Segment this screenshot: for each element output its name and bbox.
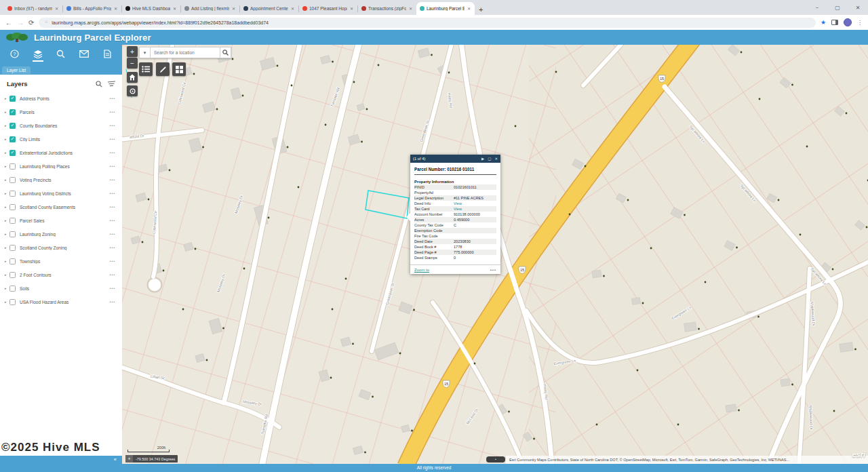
help-icon[interactable]: ?: [7, 46, 22, 61]
forward-icon[interactable]: →: [17, 19, 24, 26]
layer-menu-icon[interactable]: •••: [110, 259, 115, 263]
layer-menu-icon[interactable]: •••: [110, 300, 115, 304]
tab-close-icon[interactable]: ✕: [467, 5, 471, 12]
draw-button[interactable]: [156, 62, 170, 76]
expand-arrow-icon[interactable]: ▸: [5, 300, 9, 304]
site-info-icon[interactable]: ⁘: [44, 20, 48, 25]
reload-icon[interactable]: ⟳: [28, 19, 34, 26]
layer-menu-icon[interactable]: •••: [110, 96, 115, 100]
layer-checkbox[interactable]: [9, 299, 16, 305]
layer-checkbox[interactable]: [9, 191, 16, 197]
layer-checkbox[interactable]: [9, 218, 16, 224]
expand-arrow-icon[interactable]: ▸: [5, 245, 9, 250]
layer-menu-icon[interactable]: •••: [110, 232, 115, 236]
layer-menu-icon[interactable]: •••: [110, 245, 115, 250]
basemap-gallery-button[interactable]: [172, 62, 186, 76]
measure-icon[interactable]: [77, 46, 92, 61]
layer-checkbox[interactable]: ✓: [9, 136, 16, 142]
expand-arrow-icon[interactable]: ▸: [5, 259, 9, 263]
map-canvas[interactable]: atford DrColinwood CirColinwood CirMosel…: [122, 45, 868, 464]
zoom-out-button[interactable]: −: [127, 58, 138, 68]
browser-tab[interactable]: Inbox (97) - randymccalljr@gm...✕: [4, 2, 62, 15]
minimize-icon[interactable]: −: [807, 0, 827, 15]
expand-arrow-icon[interactable]: ▸: [5, 110, 9, 114]
browser-tab[interactable]: Hive MLS Dashboard✕: [122, 2, 180, 15]
layer-checkbox[interactable]: [9, 177, 16, 183]
layer-list-icon[interactable]: [31, 46, 45, 61]
layer-menu-icon[interactable]: •••: [110, 273, 115, 277]
search-go-icon[interactable]: [220, 47, 231, 58]
layer-menu-icon[interactable]: •••: [110, 218, 115, 222]
layer-menu-icon[interactable]: •••: [110, 178, 115, 182]
bookmark-star-icon[interactable]: ★: [821, 19, 826, 26]
zoom-in-button[interactable]: +: [127, 46, 138, 57]
layer-checkbox[interactable]: [9, 286, 16, 292]
layer-menu-icon[interactable]: •••: [110, 137, 115, 141]
expand-arrow-icon[interactable]: ▸: [5, 151, 9, 155]
browser-tab[interactable]: Appointment Center - Staff - S...✕: [240, 2, 298, 15]
layer-menu-icon[interactable]: •••: [110, 164, 115, 168]
expand-arrow-icon[interactable]: ▸: [5, 96, 9, 100]
layer-menu-icon[interactable]: •••: [110, 151, 115, 155]
layer-checkbox[interactable]: [9, 245, 16, 251]
expand-arrow-icon[interactable]: ▸: [5, 178, 9, 182]
maximize-icon[interactable]: ▢: [827, 0, 848, 15]
browser-tab[interactable]: 1047 Pleasant Hope Rd, Fairm...✕: [299, 2, 357, 15]
new-tab-button[interactable]: +: [479, 5, 483, 14]
expand-arrow-icon[interactable]: ▸: [5, 232, 9, 236]
layer-menu-icon[interactable]: •••: [110, 286, 115, 290]
layer-menu-icon[interactable]: •••: [110, 110, 115, 114]
layer-checkbox[interactable]: [9, 258, 16, 264]
expand-arrow-icon[interactable]: ▸: [5, 273, 9, 277]
search-input[interactable]: [151, 47, 220, 58]
legend-button[interactable]: [139, 62, 153, 76]
expand-arrow-icon[interactable]: ▸: [5, 191, 9, 195]
home-button[interactable]: [127, 72, 138, 83]
search-source-dropdown[interactable]: ▼: [139, 47, 151, 58]
browser-tab[interactable]: Laurinburg Parcel Explorer✕: [416, 2, 475, 15]
field-value-link[interactable]: View: [454, 207, 496, 211]
layer-list-panel-tab[interactable]: Layer List: [2, 66, 31, 75]
tab-close-icon[interactable]: ✕: [172, 5, 177, 12]
layer-checkbox[interactable]: [9, 163, 16, 170]
expand-arrow-icon[interactable]: ▸: [5, 218, 9, 222]
layer-checkbox[interactable]: [9, 204, 16, 210]
layer-menu-icon[interactable]: •••: [110, 191, 115, 195]
tab-close-icon[interactable]: ✕: [349, 5, 354, 12]
zoom-to-link[interactable]: Zoom to: [414, 268, 490, 272]
layer-checkbox[interactable]: ✓: [9, 96, 16, 102]
layer-menu-icon[interactable]: •••: [110, 123, 115, 127]
layer-checkbox[interactable]: [9, 231, 16, 237]
tab-close-icon[interactable]: ✕: [231, 5, 236, 12]
tab-close-icon[interactable]: ✕: [54, 5, 59, 12]
browser-menu-icon[interactable]: ⋮: [857, 20, 863, 26]
layer-checkbox[interactable]: ✓: [9, 150, 16, 156]
crosshair-icon[interactable]: +: [125, 455, 133, 463]
tab-close-icon[interactable]: ✕: [408, 5, 413, 12]
expand-arrow-icon[interactable]: ▸: [5, 164, 9, 168]
popup-next-icon[interactable]: ▶: [481, 157, 484, 161]
close-icon[interactable]: ✕: [848, 0, 868, 15]
side-panel-icon[interactable]: [831, 20, 838, 25]
search-widget-icon[interactable]: [54, 46, 68, 61]
layer-menu-icon[interactable]: •••: [110, 205, 115, 209]
address-bar[interactable]: ⁘ laurinburg.maps.arcgis.com/apps/webapp…: [39, 18, 816, 28]
expand-arrow-icon[interactable]: ▸: [5, 137, 9, 141]
layer-filter-icon[interactable]: [108, 81, 115, 87]
layer-checkbox[interactable]: [9, 272, 16, 278]
attribution-toggle[interactable]: •: [486, 456, 505, 463]
layer-checkbox[interactable]: ✓: [9, 123, 16, 129]
browser-tab[interactable]: Bills - AppFolio Property Mana...✕: [63, 2, 121, 15]
report-icon[interactable]: [100, 46, 115, 61]
browser-tab[interactable]: Add Listing | flexmls Web✕: [181, 2, 239, 15]
popup-maximize-icon[interactable]: ▢: [488, 157, 491, 161]
layer-search-icon[interactable]: [96, 81, 102, 87]
tab-close-icon[interactable]: ✕: [290, 5, 295, 12]
locate-button[interactable]: [127, 85, 138, 96]
layer-checkbox[interactable]: ✓: [9, 109, 16, 115]
browser-tab[interactable]: Transactions (zipForm Edition)...✕: [358, 2, 416, 15]
tab-close-icon[interactable]: ✕: [113, 5, 118, 12]
profile-avatar[interactable]: [844, 18, 852, 26]
sidebar-collapse-button[interactable]: «: [0, 456, 122, 464]
expand-arrow-icon[interactable]: ▸: [5, 205, 9, 209]
